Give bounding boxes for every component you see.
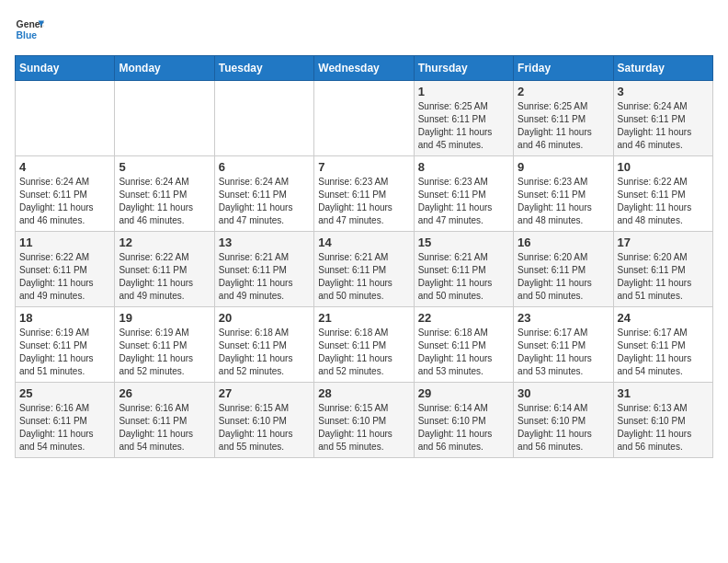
calendar-cell: 9Sunrise: 6:23 AM Sunset: 6:11 PM Daylig…	[514, 156, 613, 232]
day-detail: Sunrise: 6:22 AM Sunset: 6:11 PM Dayligh…	[119, 251, 210, 303]
day-number: 29	[418, 386, 509, 400]
day-detail: Sunrise: 6:15 AM Sunset: 6:10 PM Dayligh…	[318, 402, 409, 454]
day-detail: Sunrise: 6:18 AM Sunset: 6:11 PM Dayligh…	[219, 327, 310, 378]
calendar-cell: 24Sunrise: 6:17 AM Sunset: 6:11 PM Dayli…	[613, 307, 712, 383]
day-number: 15	[418, 236, 509, 249]
calendar-cell: 14Sunrise: 6:21 AM Sunset: 6:11 PM Dayli…	[314, 232, 414, 307]
calendar-cell: 5Sunrise: 6:24 AM Sunset: 6:11 PM Daylig…	[115, 156, 214, 232]
calendar-cell: 29Sunrise: 6:14 AM Sunset: 6:10 PM Dayli…	[414, 383, 513, 458]
day-number: 12	[119, 236, 210, 249]
day-detail: Sunrise: 6:17 AM Sunset: 6:11 PM Dayligh…	[618, 327, 709, 378]
calendar-cell: 6Sunrise: 6:24 AM Sunset: 6:11 PM Daylig…	[214, 156, 313, 232]
day-number: 27	[219, 386, 310, 400]
calendar-cell: 27Sunrise: 6:15 AM Sunset: 6:10 PM Dayli…	[214, 383, 313, 458]
day-number: 9	[518, 160, 609, 174]
calendar-cell: 25Sunrise: 6:16 AM Sunset: 6:11 PM Dayli…	[16, 383, 115, 458]
calendar-cell: 17Sunrise: 6:20 AM Sunset: 6:11 PM Dayli…	[613, 232, 712, 307]
day-number: 20	[219, 311, 310, 325]
calendar-cell: 19Sunrise: 6:19 AM Sunset: 6:11 PM Dayli…	[115, 307, 214, 383]
calendar-cell: 11Sunrise: 6:22 AM Sunset: 6:11 PM Dayli…	[16, 232, 115, 307]
page-header: General Blue	[15, 15, 713, 44]
calendar-cell: 4Sunrise: 6:24 AM Sunset: 6:11 PM Daylig…	[16, 156, 115, 232]
calendar-cell: 30Sunrise: 6:14 AM Sunset: 6:10 PM Dayli…	[514, 383, 613, 458]
header-cell-thursday: Thursday	[414, 56, 513, 81]
day-number: 14	[318, 236, 409, 249]
calendar-cell: 1Sunrise: 6:25 AM Sunset: 6:11 PM Daylig…	[414, 81, 513, 156]
day-number: 26	[119, 386, 210, 400]
header-cell-sunday: Sunday	[16, 56, 115, 81]
calendar-cell: 13Sunrise: 6:21 AM Sunset: 6:11 PM Dayli…	[214, 232, 313, 307]
day-number: 25	[19, 386, 110, 400]
calendar-cell: 21Sunrise: 6:18 AM Sunset: 6:11 PM Dayli…	[314, 307, 414, 383]
day-detail: Sunrise: 6:21 AM Sunset: 6:11 PM Dayligh…	[318, 251, 409, 303]
header-row: SundayMondayTuesdayWednesdayThursdayFrid…	[16, 56, 713, 81]
header-cell-friday: Friday	[514, 56, 613, 81]
header-cell-monday: Monday	[115, 56, 214, 81]
day-detail: Sunrise: 6:17 AM Sunset: 6:11 PM Dayligh…	[518, 327, 609, 378]
logo-icon: General Blue	[15, 15, 44, 44]
calendar-cell: 3Sunrise: 6:24 AM Sunset: 6:11 PM Daylig…	[613, 81, 712, 156]
day-number: 22	[418, 311, 509, 325]
day-detail: Sunrise: 6:20 AM Sunset: 6:11 PM Dayligh…	[618, 251, 709, 303]
day-number: 17	[618, 236, 709, 249]
day-detail: Sunrise: 6:14 AM Sunset: 6:10 PM Dayligh…	[418, 402, 509, 454]
day-number: 7	[318, 160, 409, 174]
logo: General Blue	[15, 15, 44, 44]
calendar-cell: 18Sunrise: 6:19 AM Sunset: 6:11 PM Dayli…	[16, 307, 115, 383]
calendar-cell: 28Sunrise: 6:15 AM Sunset: 6:10 PM Dayli…	[314, 383, 414, 458]
day-detail: Sunrise: 6:19 AM Sunset: 6:11 PM Dayligh…	[19, 327, 110, 378]
day-number: 1	[418, 85, 509, 98]
calendar-cell	[314, 81, 414, 156]
day-detail: Sunrise: 6:18 AM Sunset: 6:11 PM Dayligh…	[418, 327, 509, 378]
day-detail: Sunrise: 6:24 AM Sunset: 6:11 PM Dayligh…	[618, 100, 709, 152]
day-number: 3	[618, 85, 709, 98]
day-number: 18	[19, 311, 110, 325]
calendar-cell	[16, 81, 115, 156]
day-number: 4	[19, 160, 110, 174]
day-detail: Sunrise: 6:21 AM Sunset: 6:11 PM Dayligh…	[219, 251, 310, 303]
day-detail: Sunrise: 6:16 AM Sunset: 6:11 PM Dayligh…	[19, 402, 110, 454]
calendar-cell: 10Sunrise: 6:22 AM Sunset: 6:11 PM Dayli…	[613, 156, 712, 232]
day-number: 31	[618, 386, 709, 400]
calendar-cell: 23Sunrise: 6:17 AM Sunset: 6:11 PM Dayli…	[514, 307, 613, 383]
day-detail: Sunrise: 6:23 AM Sunset: 6:11 PM Dayligh…	[518, 176, 609, 227]
calendar-cell: 12Sunrise: 6:22 AM Sunset: 6:11 PM Dayli…	[115, 232, 214, 307]
day-number: 19	[119, 311, 210, 325]
day-detail: Sunrise: 6:22 AM Sunset: 6:11 PM Dayligh…	[618, 176, 709, 227]
day-detail: Sunrise: 6:24 AM Sunset: 6:11 PM Dayligh…	[19, 176, 110, 227]
week-row-5: 25Sunrise: 6:16 AM Sunset: 6:11 PM Dayli…	[16, 383, 713, 458]
day-detail: Sunrise: 6:22 AM Sunset: 6:11 PM Dayligh…	[19, 251, 110, 303]
calendar-cell: 26Sunrise: 6:16 AM Sunset: 6:11 PM Dayli…	[115, 383, 214, 458]
calendar-cell: 31Sunrise: 6:13 AM Sunset: 6:10 PM Dayli…	[613, 383, 712, 458]
calendar-cell: 16Sunrise: 6:20 AM Sunset: 6:11 PM Dayli…	[514, 232, 613, 307]
calendar-cell: 15Sunrise: 6:21 AM Sunset: 6:11 PM Dayli…	[414, 232, 513, 307]
day-detail: Sunrise: 6:23 AM Sunset: 6:11 PM Dayligh…	[418, 176, 509, 227]
calendar-table: SundayMondayTuesdayWednesdayThursdayFrid…	[15, 55, 713, 458]
calendar-cell: 22Sunrise: 6:18 AM Sunset: 6:11 PM Dayli…	[414, 307, 513, 383]
calendar-cell: 20Sunrise: 6:18 AM Sunset: 6:11 PM Dayli…	[214, 307, 313, 383]
day-number: 6	[219, 160, 310, 174]
day-number: 23	[518, 311, 609, 325]
calendar-cell	[115, 81, 214, 156]
day-number: 28	[318, 386, 409, 400]
week-row-4: 18Sunrise: 6:19 AM Sunset: 6:11 PM Dayli…	[16, 307, 713, 383]
day-detail: Sunrise: 6:24 AM Sunset: 6:11 PM Dayligh…	[219, 176, 310, 227]
day-detail: Sunrise: 6:14 AM Sunset: 6:10 PM Dayligh…	[518, 402, 609, 454]
week-row-1: 1Sunrise: 6:25 AM Sunset: 6:11 PM Daylig…	[16, 81, 713, 156]
svg-text:Blue: Blue	[17, 30, 38, 40]
day-number: 21	[318, 311, 409, 325]
day-number: 24	[618, 311, 709, 325]
day-detail: Sunrise: 6:16 AM Sunset: 6:11 PM Dayligh…	[119, 402, 210, 454]
day-detail: Sunrise: 6:23 AM Sunset: 6:11 PM Dayligh…	[318, 176, 409, 227]
calendar-cell: 7Sunrise: 6:23 AM Sunset: 6:11 PM Daylig…	[314, 156, 414, 232]
calendar-body: 1Sunrise: 6:25 AM Sunset: 6:11 PM Daylig…	[16, 81, 713, 458]
day-number: 13	[219, 236, 310, 249]
day-detail: Sunrise: 6:20 AM Sunset: 6:11 PM Dayligh…	[518, 251, 609, 303]
day-number: 11	[19, 236, 110, 249]
day-number: 16	[518, 236, 609, 249]
day-number: 10	[618, 160, 709, 174]
day-number: 2	[518, 85, 609, 98]
week-row-2: 4Sunrise: 6:24 AM Sunset: 6:11 PM Daylig…	[16, 156, 713, 232]
day-detail: Sunrise: 6:13 AM Sunset: 6:10 PM Dayligh…	[618, 402, 709, 454]
day-number: 30	[518, 386, 609, 400]
